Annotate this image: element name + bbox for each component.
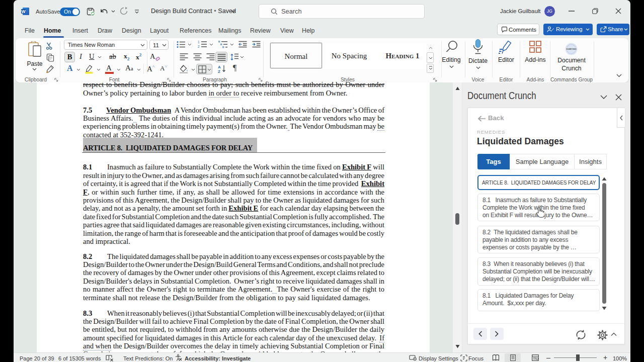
svg-text:1: 1 (198, 40, 200, 44)
svg-text:2: 2 (198, 45, 200, 48)
svg-text:DOCUMENT CRUNCH: DOCUMENT CRUNCH (567, 48, 577, 50)
svg-text:W: W (21, 9, 26, 14)
svg-text:Z: Z (218, 69, 220, 73)
svg-text:A: A (218, 65, 221, 69)
